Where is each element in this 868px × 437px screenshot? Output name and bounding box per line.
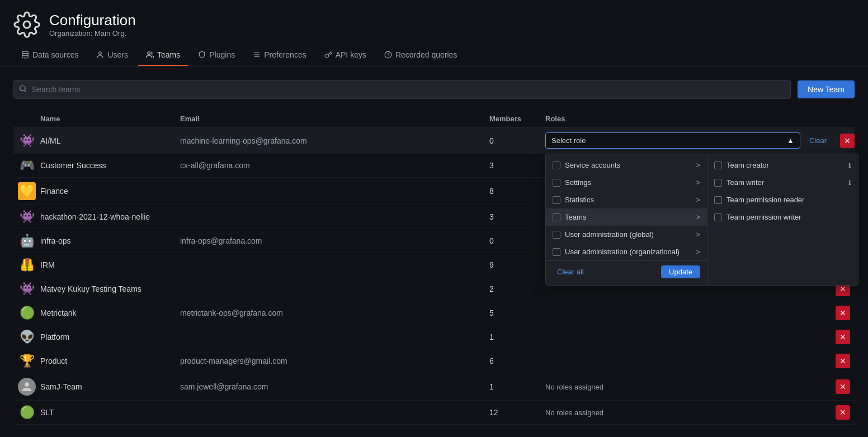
tab-users[interactable]: Users [88, 45, 136, 66]
table-row: 🏆 Product product-managers@gmail.com 6 ✕ [13, 349, 855, 373]
svg-point-1 [22, 51, 29, 54]
delete-team-button[interactable]: ✕ [836, 354, 850, 368]
col-email: Email [180, 115, 489, 123]
search-input[interactable] [13, 80, 791, 99]
team-creator-checkbox[interactable] [714, 162, 722, 169]
recorded-queries-icon [384, 51, 392, 59]
dropdown-item-teams[interactable]: Teams > [546, 208, 707, 226]
dropdown-left-panel: Service accounts > Settings > Statistics [546, 154, 707, 285]
arrow-icon: > [696, 230, 700, 239]
preferences-icon [253, 51, 261, 59]
arrow-icon: > [696, 196, 700, 204]
data-sources-icon [21, 51, 29, 59]
svg-point-2 [99, 52, 102, 55]
delete-team-button[interactable]: ✕ [836, 405, 850, 420]
dropdown-footer: Clear all Update [546, 260, 707, 283]
delete-team-button[interactable]: ✕ [836, 330, 850, 344]
dropdown-item-team-permission-writer[interactable]: Team permission writer [707, 208, 858, 226]
tab-data-sources[interactable]: Data sources [13, 45, 86, 66]
page-title: Configuration [49, 12, 136, 29]
clear-button[interactable]: Clear [805, 134, 831, 147]
dropdown-item-user-admin-global[interactable]: User administration (global) > [546, 226, 707, 243]
delete-team-button[interactable]: ✕ [836, 379, 850, 394]
team-members: 0 [489, 136, 545, 145]
users-icon [96, 51, 104, 59]
table-row: SamJ-Team sam.jewell@grafana.com 1 No ro… [13, 373, 855, 401]
svg-point-0 [23, 21, 30, 28]
page-header: Configuration Organization: Main Org. [0, 0, 868, 45]
svg-point-3 [148, 52, 150, 55]
table-header: Name Email Members Roles [13, 110, 855, 128]
new-team-button[interactable]: New Team [798, 80, 855, 98]
team-roles: Select role ▲ Service accounts > [545, 132, 855, 149]
team-permission-reader-checkbox[interactable] [714, 196, 722, 204]
config-icon [13, 11, 40, 38]
clear-all-button[interactable]: Clear all [553, 265, 588, 278]
role-select-button[interactable]: Select role ▲ [545, 132, 800, 149]
dropdown-item-team-creator[interactable]: Team creator ℹ [707, 156, 858, 174]
arrow-icon: > [696, 178, 700, 187]
header-title-block: Configuration Organization: Main Org. [49, 12, 136, 37]
org-subtitle: Organization: Main Org. [49, 29, 136, 37]
arrow-icon: > [696, 213, 700, 221]
dropdown-item-team-permission-reader[interactable]: Team permission reader [707, 191, 858, 208]
role-select-wrapper: Select role ▲ Service accounts > [545, 132, 800, 149]
dropdown-item-user-admin-org[interactable]: User administration (organizational) > [546, 243, 707, 260]
tab-teams[interactable]: Teams [138, 45, 188, 66]
settings-checkbox[interactable] [553, 179, 560, 187]
team-name: AI/ML [40, 136, 180, 145]
arrow-icon: > [696, 248, 700, 256]
table-row: 🟢 Metrictank metrictank-ops@grafana.com … [13, 301, 855, 325]
dropdown-item-statistics[interactable]: Statistics > [546, 191, 707, 208]
tab-preferences[interactable]: Preferences [245, 45, 314, 66]
dropdown-item-service-accounts[interactable]: Service accounts > [546, 156, 707, 174]
api-keys-icon [324, 51, 332, 59]
dropdown-panel: Service accounts > Settings > Statistics [545, 154, 858, 286]
teams-nav-icon [146, 51, 154, 59]
avatar: 👾 [13, 134, 40, 148]
user-admin-org-checkbox[interactable] [553, 248, 560, 256]
dropdown-item-settings[interactable]: Settings > [546, 174, 707, 191]
tab-plugins[interactable]: Plugins [190, 45, 243, 66]
chevron-up-icon: ▲ [787, 136, 794, 145]
teams-checkbox[interactable] [553, 213, 560, 221]
no-roles-tag: No roles assigned [545, 408, 603, 417]
table-row: 👽 Platform 1 ✕ [13, 325, 855, 349]
tab-api-keys[interactable]: API keys [317, 45, 374, 66]
info-icon: ℹ [848, 179, 851, 187]
teams-table: Name Email Members Roles 👾 AI/ML machine… [13, 110, 855, 425]
svg-line-9 [25, 90, 26, 92]
toolbar: New Team [13, 80, 855, 99]
col-roles: Roles [545, 115, 855, 123]
col-name: Name [40, 115, 180, 123]
tab-recorded-queries[interactable]: Recorded queries [376, 45, 465, 66]
svg-point-8 [20, 86, 25, 91]
no-roles-tag: No roles assigned [545, 383, 603, 391]
table-row: 👾 AI/ML machine-learning-ops@grafana.com… [13, 128, 855, 154]
delete-team-button[interactable]: ✕ [836, 306, 850, 320]
arrow-icon: > [696, 161, 700, 169]
team-permission-writer-checkbox[interactable] [714, 213, 722, 221]
plugins-icon [198, 51, 206, 59]
table-row: 🟢 SLT 12 No roles assigned ✕ [13, 401, 855, 425]
team-writer-checkbox[interactable] [714, 179, 722, 187]
user-admin-global-checkbox[interactable] [553, 231, 560, 239]
nav-tabs: Data sources Users Teams Plugins Prefere… [0, 45, 868, 66]
dropdown-right-panel: Team creator ℹ Team writer ℹ Team permis… [707, 154, 858, 285]
service-accounts-checkbox[interactable] [553, 162, 560, 169]
delete-team-button[interactable]: ✕ [840, 134, 855, 148]
info-icon: ℹ [848, 162, 851, 169]
statistics-checkbox[interactable] [553, 196, 560, 204]
main-content: New Team Name Email Members Roles 👾 AI/M… [0, 66, 868, 437]
search-icon [19, 85, 27, 94]
col-members: Members [489, 115, 545, 123]
search-container [13, 80, 791, 99]
dropdown-item-team-writer[interactable]: Team writer ℹ [707, 174, 858, 191]
team-email: machine-learning-ops@grafana.com [180, 136, 489, 145]
update-button[interactable]: Update [661, 265, 700, 278]
